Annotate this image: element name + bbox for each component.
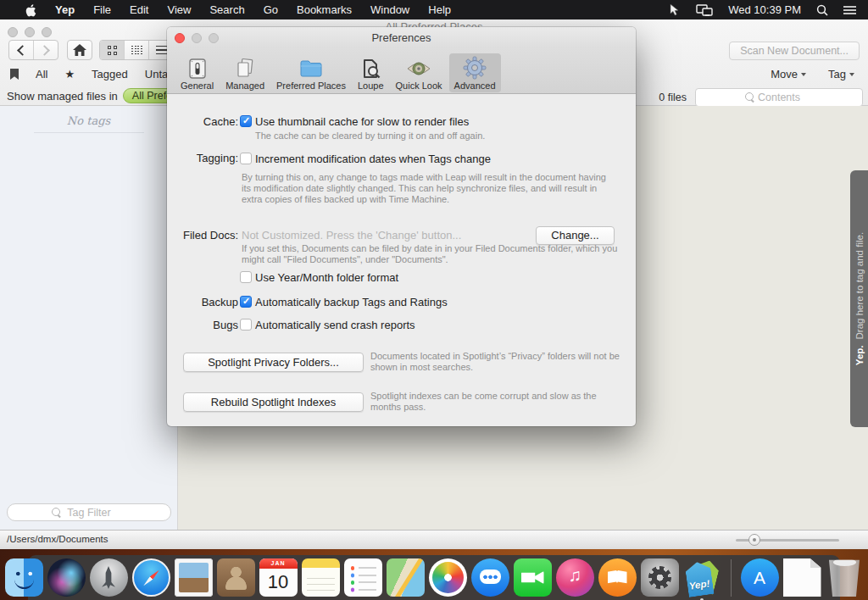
- grid-view-icon: [108, 46, 117, 55]
- dock-messages-icon[interactable]: [471, 558, 509, 597]
- scan-new-document-button[interactable]: Scan New Document...: [729, 42, 860, 60]
- move-dropdown[interactable]: Move: [771, 68, 806, 81]
- backup-checkbox[interactable]: [240, 296, 252, 308]
- dock-calendar-icon[interactable]: JAN10: [259, 558, 298, 597]
- spotlight-icon[interactable]: [816, 4, 828, 16]
- dock-trash-icon[interactable]: [826, 558, 864, 597]
- dock-separator: [731, 559, 732, 597]
- bugs-label: Bugs: [167, 319, 238, 331]
- cache-checkbox-label[interactable]: Use thumbnail cache for slow to render f…: [255, 115, 469, 128]
- apple-menu[interactable]: [15, 3, 46, 17]
- tab-advanced[interactable]: Advanced: [449, 53, 501, 92]
- back-button[interactable]: [9, 41, 34, 59]
- slider-knob[interactable]: [748, 534, 760, 546]
- home-button[interactable]: [67, 40, 92, 60]
- spotlight-privacy-note: Documents located in Spotlight’s “Privac…: [370, 351, 620, 373]
- filter-tagged[interactable]: Tagged: [92, 68, 128, 81]
- menu-search[interactable]: Search: [200, 0, 253, 19]
- chevron-left-icon: [17, 45, 28, 56]
- cache-checkbox[interactable]: [240, 115, 252, 127]
- dock-finder-icon[interactable]: [5, 558, 43, 597]
- dock-contacts-icon[interactable]: [217, 558, 255, 597]
- dock-notes-icon[interactable]: [302, 558, 340, 597]
- dock-mail-icon[interactable]: [175, 558, 213, 597]
- zoom-button[interactable]: [42, 27, 52, 37]
- menu-window[interactable]: Window: [361, 0, 419, 19]
- menu-help[interactable]: Help: [419, 0, 460, 19]
- cache-label: Cache:: [167, 115, 238, 128]
- dock-siri-icon[interactable]: [47, 558, 86, 597]
- minimize-button[interactable]: [25, 27, 35, 37]
- close-button[interactable]: [8, 27, 18, 37]
- view-grid-button[interactable]: [100, 41, 125, 59]
- dock-photos-icon[interactable]: [429, 558, 467, 597]
- desktop: Yep File Edit View Search Go Bookmarks W…: [0, 0, 868, 600]
- menu-bookmarks[interactable]: Bookmarks: [287, 0, 361, 19]
- change-button[interactable]: Change...: [536, 226, 615, 245]
- icon-size-slider[interactable]: [736, 539, 839, 542]
- menu-edit[interactable]: Edit: [120, 0, 158, 19]
- dock-maps-icon[interactable]: [387, 558, 425, 597]
- tab-general[interactable]: General: [175, 55, 219, 92]
- dock-system-preferences-icon[interactable]: [641, 558, 679, 597]
- year-month-checkbox[interactable]: [240, 271, 252, 283]
- tags-sidebar: No tags: [0, 106, 178, 530]
- contents-search-field[interactable]: [695, 88, 863, 107]
- dialog-close-button[interactable]: [175, 33, 185, 43]
- dock-yep-icon[interactable]: Yep!: [683, 558, 721, 597]
- dock-document-icon[interactable]: [783, 558, 821, 597]
- tab-preferred-places[interactable]: Preferred Places: [271, 55, 351, 92]
- preferences-content: Cache: Use thumbnail cache for slow to r…: [167, 94, 636, 427]
- dock-itunes-icon[interactable]: [556, 558, 594, 597]
- dock-safari-icon[interactable]: [132, 558, 170, 597]
- notification-center-icon[interactable]: [843, 5, 856, 15]
- backup-checkbox-label[interactable]: Automatically backup Tags and Ratings: [255, 296, 448, 308]
- tag-dropdown[interactable]: Tag: [828, 68, 854, 81]
- managed-documents-icon: [234, 58, 256, 80]
- dock-reminders-icon[interactable]: [344, 558, 382, 597]
- menu-view[interactable]: View: [158, 0, 200, 19]
- view-compact-list-button[interactable]: [125, 41, 149, 59]
- filed-docs-label: Filed Docs:: [167, 229, 238, 242]
- star-icon[interactable]: ★: [64, 68, 75, 81]
- menu-clock[interactable]: Wed 10:39 PM: [728, 3, 801, 16]
- bugs-checkbox-label[interactable]: Automatically send crash reports: [255, 319, 415, 331]
- tab-quick-look[interactable]: Quick Look: [391, 55, 448, 92]
- tagging-checkbox[interactable]: [240, 153, 252, 164]
- yep-drag-tab[interactable]: Yep. Drag here to tag and file.: [850, 170, 868, 427]
- dialog-minimize-button: [192, 33, 202, 43]
- bookmark-icon[interactable]: [10, 69, 19, 80]
- menu-go[interactable]: Go: [254, 0, 287, 19]
- divider: [34, 132, 144, 133]
- tab-managed[interactable]: Managed: [220, 55, 270, 92]
- menu-app-name[interactable]: Yep: [46, 0, 84, 19]
- files-count: 0 files: [659, 92, 687, 103]
- bugs-checkbox[interactable]: [240, 319, 252, 331]
- tag-filter-input[interactable]: [8, 504, 170, 520]
- spotlight-privacy-button[interactable]: Spotlight Privacy Folders...: [183, 353, 364, 372]
- forward-button[interactable]: [34, 41, 58, 59]
- year-month-checkbox-label[interactable]: Use Year/Month folder format: [255, 271, 398, 284]
- preferences-toolbar: General Managed Preferred Places: [167, 48, 636, 94]
- window-controls: [8, 27, 52, 37]
- apple-logo-icon: [25, 3, 36, 17]
- tag-filter-field[interactable]: [7, 503, 171, 521]
- contents-search-input[interactable]: [696, 89, 862, 106]
- rebuild-indexes-button[interactable]: Rebuild Spotlight Indexes: [183, 392, 364, 412]
- dialog-titlebar[interactable]: Preferences: [167, 27, 636, 48]
- general-switch-icon: [186, 58, 209, 80]
- compact-list-icon: [131, 46, 142, 55]
- dock-ibooks-icon[interactable]: [598, 558, 637, 597]
- tagging-note: By turning this on, any change to tags m…: [242, 172, 609, 205]
- chevron-down-icon: [801, 73, 806, 76]
- filter-all[interactable]: All: [36, 68, 47, 81]
- menu-file[interactable]: File: [84, 0, 120, 19]
- menu-bar: Yep File Edit View Search Go Bookmarks W…: [0, 0, 868, 19]
- dock-appstore-icon[interactable]: A: [741, 558, 779, 597]
- screen-sharing-icon[interactable]: [696, 4, 713, 16]
- tagging-checkbox-label[interactable]: Increment modification dates when Tags c…: [255, 153, 491, 165]
- current-path: /Users/dmx/Documents: [7, 534, 108, 544]
- dock-facetime-icon[interactable]: [514, 558, 552, 597]
- dock-launchpad-icon[interactable]: [90, 558, 128, 597]
- tab-loupe[interactable]: Loupe: [353, 55, 389, 92]
